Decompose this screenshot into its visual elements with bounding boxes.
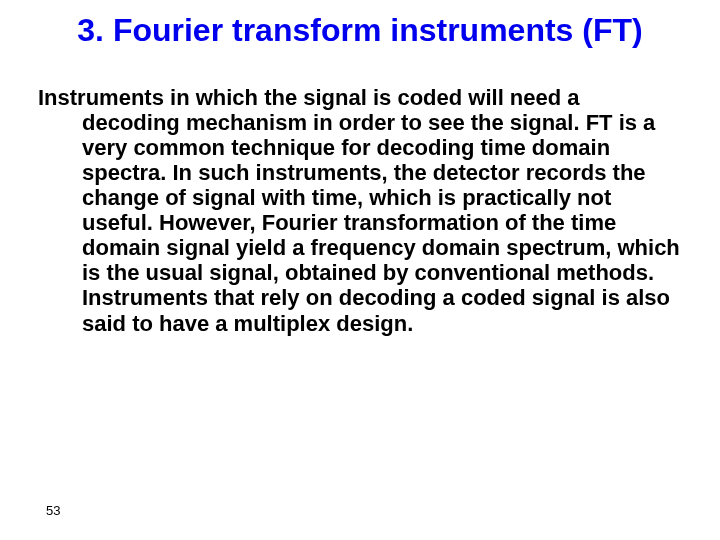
slide-title: 3. Fourier transform instruments (FT)	[30, 12, 690, 49]
page-number: 53	[46, 503, 60, 518]
slide: 3. Fourier transform instruments (FT) In…	[0, 0, 720, 540]
slide-body-text: Instruments in which the signal is coded…	[74, 85, 690, 336]
